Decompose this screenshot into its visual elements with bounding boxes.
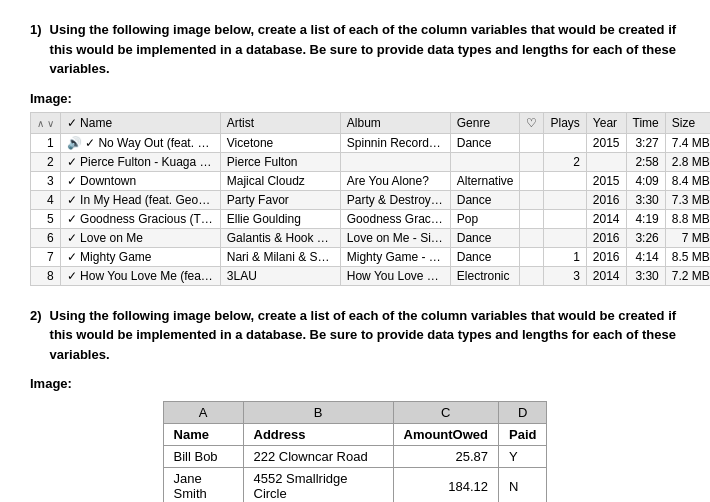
cell-album: Mighty Game - Sin... — [340, 247, 450, 266]
cell-b: 4552 Smallridge Circle — [243, 468, 393, 503]
th-size[interactable]: Size — [665, 112, 710, 133]
cell-artist: Ellie Goulding — [220, 209, 340, 228]
cell-heart — [520, 247, 544, 266]
cell-name: ✓ Pierce Fulton - Kuaga (Lost Time) — [60, 152, 220, 171]
th-col-a: A — [163, 402, 243, 424]
cell-size: 7.3 MB — [665, 190, 710, 209]
cell-time: 3:30 — [626, 190, 665, 209]
cell-heart — [520, 209, 544, 228]
cell-c: 184.12 — [393, 468, 499, 503]
cell-album: Spinnin Records Be... — [340, 133, 450, 152]
cell-artist: 3LAU — [220, 266, 340, 285]
cell-album — [340, 152, 450, 171]
q2-text: Using the following image below, create … — [50, 306, 680, 365]
spreadsheet-wrapper: A B C D Name Address AmountOwed Paid Bil… — [30, 401, 680, 502]
cell-heart — [520, 171, 544, 190]
th-plays[interactable]: Plays — [544, 112, 586, 133]
cell-b: 222 Clowncar Road — [243, 446, 393, 468]
cell-num: 1 — [31, 133, 61, 152]
cell-heart — [520, 133, 544, 152]
cell-num: 5 — [31, 209, 61, 228]
music-table-row: 5 ✓ Goodness Gracious (The Chains... Ell… — [31, 209, 711, 228]
cell-size: 7 MB — [665, 228, 710, 247]
cell-plays: 2 — [544, 152, 586, 171]
cell-artist: Pierce Fulton — [220, 152, 340, 171]
cell-artist: Majical Cloudz — [220, 171, 340, 190]
cell-year: 2014 — [586, 209, 626, 228]
cell-time: 4:09 — [626, 171, 665, 190]
q1-text: Using the following image below, create … — [50, 20, 680, 79]
cell-year — [586, 152, 626, 171]
cell-a: Name — [163, 424, 243, 446]
image-label-2: Image: — [30, 376, 680, 391]
cell-plays — [544, 209, 586, 228]
cell-c: AmountOwed — [393, 424, 499, 446]
cell-genre — [450, 152, 520, 171]
cell-num: 3 — [31, 171, 61, 190]
th-time[interactable]: Time — [626, 112, 665, 133]
cell-heart — [520, 152, 544, 171]
cell-size: 7.4 MB — [665, 133, 710, 152]
cell-time: 3:27 — [626, 133, 665, 152]
cell-year: 2016 — [586, 247, 626, 266]
th-album[interactable]: Album — [340, 112, 450, 133]
cell-plays: 1 — [544, 247, 586, 266]
cell-d: N — [499, 468, 547, 503]
cell-artist: Vicetone — [220, 133, 340, 152]
th-col-c: C — [393, 402, 499, 424]
spreadsheet-row: Jane Smith 4552 Smallridge Circle 184.12… — [163, 468, 547, 503]
cell-album: Party & Destroy - EP — [340, 190, 450, 209]
cell-genre: Dance — [450, 190, 520, 209]
cell-time: 4:14 — [626, 247, 665, 266]
cell-time: 3:26 — [626, 228, 665, 247]
cell-album: Love on Me - Single — [340, 228, 450, 247]
cell-time: 2:58 — [626, 152, 665, 171]
cell-heart — [520, 190, 544, 209]
q2-number: 2) — [30, 306, 42, 365]
cell-year: 2014 — [586, 266, 626, 285]
cell-num: 7 — [31, 247, 61, 266]
th-artist[interactable]: Artist — [220, 112, 340, 133]
question-1: 1) Using the following image below, crea… — [30, 20, 680, 286]
cell-name: ✓ In My Head (feat. Georgia Ku) — [60, 190, 220, 209]
cell-size: 2.8 MB — [665, 152, 710, 171]
th-heart[interactable]: ♡ — [520, 112, 544, 133]
cell-size: 8.8 MB — [665, 209, 710, 228]
cell-heart — [520, 266, 544, 285]
q1-number: 1) — [30, 20, 42, 79]
cell-artist: Galantis & Hook N... — [220, 228, 340, 247]
cell-genre: Alternative — [450, 171, 520, 190]
cell-d: Paid — [499, 424, 547, 446]
cell-year: 2015 — [586, 133, 626, 152]
cell-plays — [544, 133, 586, 152]
cell-plays — [544, 228, 586, 247]
th-year[interactable]: Year — [586, 112, 626, 133]
cell-name: ✓ Downtown — [60, 171, 220, 190]
music-table: ∧ ∨ ✓ Name Artist Album Genre ♡ Plays Ye… — [30, 112, 710, 286]
cell-album: Goodness Gracious... — [340, 209, 450, 228]
music-table-header: ∧ ∨ ✓ Name Artist Album Genre ♡ Plays Ye… — [31, 112, 711, 133]
cell-genre: Electronic — [450, 266, 520, 285]
cell-genre: Dance — [450, 228, 520, 247]
cell-num: 4 — [31, 190, 61, 209]
music-table-row: 6 ✓ Love on Me Galantis & Hook N... Love… — [31, 228, 711, 247]
cell-time: 3:30 — [626, 266, 665, 285]
cell-size: 7.2 MB — [665, 266, 710, 285]
th-col-d: D — [499, 402, 547, 424]
cell-name: ✓ Mighty Game — [60, 247, 220, 266]
spreadsheet-row: Bill Bob 222 Clowncar Road 25.87 Y — [163, 446, 547, 468]
cell-name: 🔊 ✓ No Way Out (feat. Kat Nestel... ••• — [60, 133, 220, 152]
cell-size: 8.5 MB — [665, 247, 710, 266]
cell-a: Jane Smith — [163, 468, 243, 503]
th-name[interactable]: ✓ Name — [60, 112, 220, 133]
spreadsheet-row: Name Address AmountOwed Paid — [163, 424, 547, 446]
cell-num: 2 — [31, 152, 61, 171]
cell-plays — [544, 190, 586, 209]
cell-size: 8.4 MB — [665, 171, 710, 190]
cell-name: ✓ How You Love Me (feat. Bright Li... — [60, 266, 220, 285]
cell-artist: Party Favor — [220, 190, 340, 209]
th-genre[interactable]: Genre — [450, 112, 520, 133]
cell-d: Y — [499, 446, 547, 468]
cell-year: 2016 — [586, 190, 626, 209]
spreadsheet-header: A B C D — [163, 402, 547, 424]
